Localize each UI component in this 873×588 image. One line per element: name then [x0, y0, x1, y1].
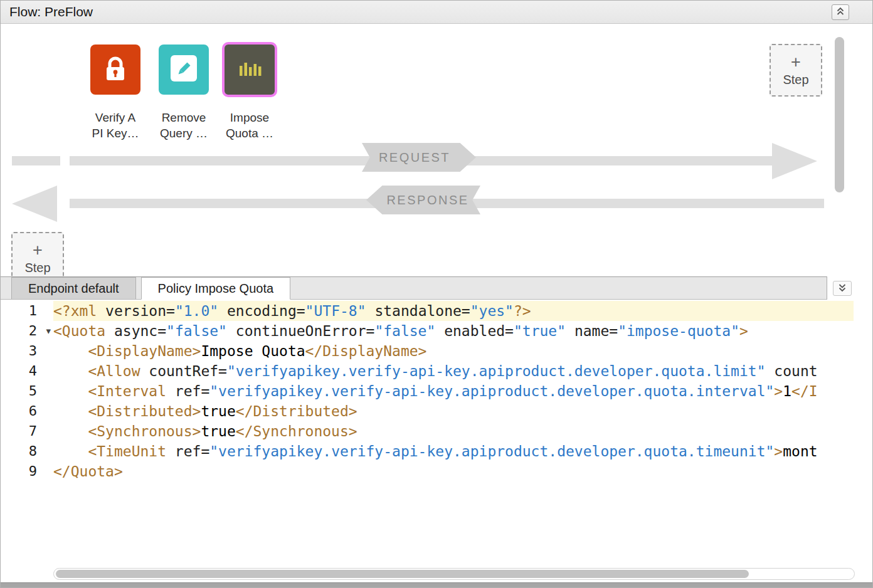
policy-step-verify-api-key[interactable]: Verify A PI Key… — [79, 45, 152, 141]
code-line[interactable]: 1<?xml version="1.0" encoding="UTF-8" st… — [1, 301, 854, 321]
pencil-icon — [167, 52, 200, 87]
tab-endpoint-default[interactable]: Endpoint default — [11, 277, 136, 299]
policy-step-label: Remove Query … — [147, 110, 220, 141]
code-line-content[interactable]: <Quota async="false" continueOnError="fa… — [53, 321, 854, 341]
code-line-content[interactable]: <TimeUnit ref="verifyapikey.verify-api-k… — [53, 441, 854, 461]
code-line[interactable]: 4 <Allow countRef="verifyapikey.verify-a… — [1, 361, 854, 381]
policy-step-label: Impose Quota … — [213, 110, 286, 141]
line-number: 6 — [1, 401, 53, 421]
line-number: 4 — [1, 361, 53, 381]
policy-step-tile[interactable] — [159, 45, 209, 95]
code-line-content[interactable]: </Quota> — [53, 461, 854, 481]
line-number: 2▾ — [1, 321, 53, 341]
code-lines: 1<?xml version="1.0" encoding="UTF-8" st… — [1, 301, 854, 481]
add-step-label: Step — [24, 261, 50, 275]
code-line[interactable]: 5 <Interval ref="verifyapikey.verify-api… — [1, 381, 854, 401]
add-step-label: Step — [783, 73, 808, 87]
tab-policy-impose-quota[interactable]: Policy Impose Quota — [141, 277, 291, 300]
code-line[interactable]: 8 <TimeUnit ref="verifyapikey.verify-api… — [1, 441, 854, 461]
policy-step-label-line: Remove — [147, 110, 220, 125]
policy-step-label-line: Quota … — [213, 125, 286, 141]
horizontal-scrollbar[interactable] — [53, 568, 855, 580]
policy-step-tile[interactable] — [90, 45, 140, 95]
policy-step-label-line: Query … — [147, 125, 220, 141]
code-line[interactable]: 2▾<Quota async="false" continueOnError="… — [1, 321, 854, 341]
chevrons-up-icon — [835, 6, 845, 18]
policy-step-label: Verify A PI Key… — [79, 110, 152, 141]
bar-chart-icon — [233, 52, 266, 87]
response-label: RESPONSE — [386, 193, 468, 207]
flow-title: Flow: PreFlow — [9, 1, 93, 23]
fold-marker[interactable]: ▾ — [46, 321, 51, 341]
line-number: 8 — [1, 441, 53, 461]
code-line-content[interactable]: <?xml version="1.0" encoding="UTF-8" sta… — [53, 301, 854, 321]
request-label: REQUEST — [379, 150, 450, 165]
plus-icon: + — [33, 242, 43, 258]
code-line-content[interactable]: <Distributed>true</Distributed> — [53, 401, 854, 421]
vertical-scrollbar-thumb[interactable] — [835, 37, 844, 192]
lock-icon — [99, 52, 132, 87]
horizontal-scrollbar-thumb[interactable] — [56, 570, 749, 578]
request-arrowhead-icon — [772, 143, 817, 179]
code-line-content[interactable]: <DisplayName>Impose Quota</DisplayName> — [53, 341, 854, 361]
policy-step-impose-quota[interactable]: Impose Quota … — [213, 45, 286, 141]
code-line[interactable]: 7 <Synchronous>true</Synchronous> — [1, 421, 854, 441]
collapse-flow-button[interactable] — [832, 4, 849, 20]
plus-icon: + — [791, 54, 801, 70]
add-step-button-top[interactable]: + Step — [770, 44, 822, 97]
line-number: 9 — [1, 461, 53, 481]
policy-step-remove-query[interactable]: Remove Query … — [147, 45, 220, 141]
code-line[interactable]: 9</Quota> — [1, 461, 854, 481]
policy-step-label-line: Impose — [213, 110, 286, 125]
policy-step-tile[interactable] — [222, 42, 277, 97]
flow-panel-header: Flow: PreFlow — [1, 1, 872, 24]
api-proxy-flow-editor: Flow: PreFlow Verify A — [0, 0, 873, 588]
code-line-content[interactable]: <Interval ref="verifyapikey.verify-api-k… — [53, 381, 854, 401]
request-flow-bar-stub — [12, 156, 60, 165]
code-line[interactable]: 3 <DisplayName>Impose Quota</DisplayName… — [1, 341, 854, 361]
flow-canvas: Verify A PI Key… Remove Quer — [1, 24, 872, 276]
tab-label: Endpoint default — [28, 281, 119, 296]
window-bottom-edge — [1, 582, 872, 587]
add-step-button-bottom[interactable]: + Step — [11, 232, 64, 276]
line-number: 3 — [1, 341, 53, 361]
code-line[interactable]: 6 <Distributed>true</Distributed> — [1, 401, 854, 421]
request-label-banner: REQUEST — [362, 143, 476, 172]
line-number: 5 — [1, 381, 53, 401]
chevrons-down-icon — [837, 283, 847, 295]
code-line-content[interactable]: <Allow countRef="verifyapikey.verify-api… — [53, 361, 854, 381]
response-arrowhead-icon — [12, 186, 57, 222]
editor-tab-bar: Endpoint default Policy Impose Quota — [1, 276, 827, 300]
code-editor[interactable]: 1<?xml version="1.0" encoding="UTF-8" st… — [1, 300, 854, 584]
code-line-content[interactable]: <Synchronous>true</Synchronous> — [53, 421, 854, 441]
policy-step-label-line: Verify A — [79, 110, 152, 125]
response-label-banner: RESPONSE — [366, 186, 480, 214]
collapse-editor-button[interactable] — [833, 281, 852, 296]
policy-step-label-line: PI Key… — [79, 125, 152, 141]
line-number: 1 — [1, 301, 53, 321]
tab-label: Policy Impose Quota — [158, 281, 274, 296]
line-number: 7 — [1, 421, 53, 441]
